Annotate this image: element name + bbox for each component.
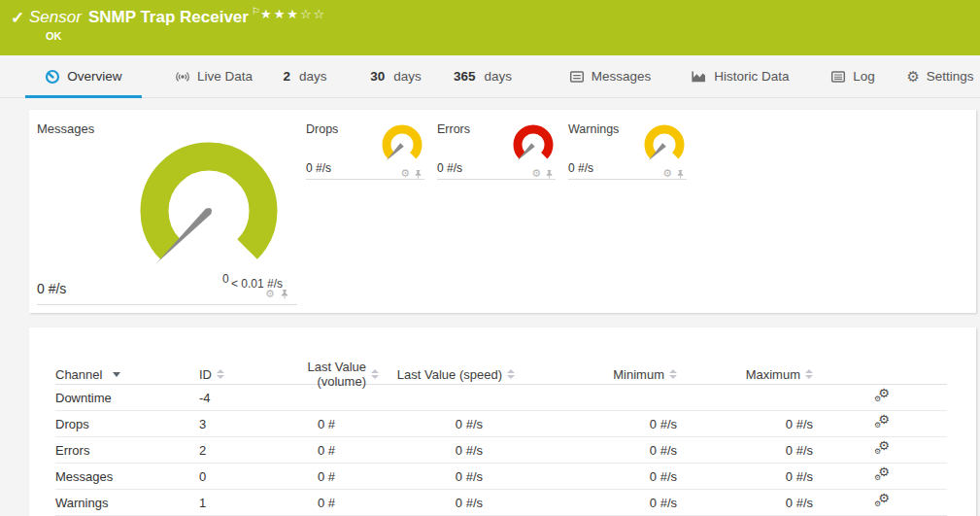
- last-value-speed: 0 #/s: [379, 443, 515, 458]
- flag-icon[interactable]: ⚐: [252, 6, 260, 17]
- table-row-warnings: Warnings 1 0 # 0 #/s 0 #/s 0 #/s ⚙⚙: [55, 490, 947, 516]
- channel-table-panel: Channel ID Last Value (volume) Last Valu…: [29, 327, 976, 516]
- last-value-speed: 0 #/s: [379, 496, 515, 510]
- tab-number: 30: [370, 69, 385, 84]
- drops-gauge: [380, 124, 424, 165]
- minimum-value: 0 #/s: [515, 443, 677, 458]
- channel-name[interactable]: Drops: [55, 417, 199, 431]
- tab-historic-data[interactable]: Historic Data: [682, 55, 798, 97]
- tab-overview[interactable]: Overview: [25, 55, 142, 97]
- gauges-panel: Messages 0 #/s 0 < 0.01 #/s ⚙ Drops 0 #/…: [29, 110, 976, 313]
- pin-icon[interactable]: [545, 169, 554, 179]
- tab-log[interactable]: Log: [824, 55, 882, 97]
- errors-gauge: [511, 124, 556, 165]
- tab-label: days: [393, 69, 422, 84]
- tab-label: days: [485, 69, 513, 84]
- channel-gear-icon[interactable]: ⚙: [531, 168, 541, 179]
- errors-gauge-block: Errors 0 #/s ⚙: [437, 122, 556, 190]
- tab-settings[interactable]: ⚙ Settings: [901, 55, 979, 97]
- tab-label: Messages: [591, 69, 652, 84]
- column-header-minimum[interactable]: Minimum: [515, 367, 677, 382]
- message-card-icon: [569, 69, 585, 85]
- maximum-value: 0 #/s: [677, 496, 813, 510]
- channel-name[interactable]: Errors: [55, 443, 199, 458]
- maximum-value: 0 #/s: [677, 443, 813, 458]
- column-header-last-volume[interactable]: Last Value (volume): [255, 360, 379, 389]
- stars-filled: ★★★: [260, 7, 300, 21]
- table-row-downtime: Downtime -4 ⚙⚙: [55, 385, 947, 411]
- tab-2-days[interactable]: 2 days: [276, 55, 334, 97]
- tab-number: 365: [454, 69, 476, 84]
- table-row-errors: Errors 2 0 # 0 #/s 0 #/s 0 #/s ⚙⚙: [55, 437, 947, 464]
- column-header-maximum[interactable]: Maximum: [677, 367, 813, 382]
- gear-icon: ⚙: [906, 69, 919, 84]
- drops-gauge-label: Drops: [306, 122, 338, 136]
- active-tab-underline: [25, 95, 142, 98]
- warnings-gauge-value: 0 #/s: [568, 161, 593, 175]
- channel-id: 3: [199, 417, 255, 431]
- sort-icon: [371, 369, 379, 379]
- tab-label: Overview: [67, 69, 121, 84]
- table-row-messages: Messages 0 0 # 0 #/s 0 #/s 0 #/s ⚙⚙: [55, 464, 947, 490]
- page-title[interactable]: SNMP Trap Receiver: [88, 8, 249, 26]
- stars-empty: ☆☆: [300, 7, 326, 21]
- broadcast-icon: [175, 69, 190, 85]
- sensor-header: ✓ SensorSNMP Trap Receiver⚐ ★★★☆☆ OK: [0, 0, 980, 55]
- primary-gauge-label: Messages: [37, 121, 94, 136]
- channel-name[interactable]: Warnings: [55, 496, 199, 510]
- last-value-speed: 0 #/s: [379, 469, 515, 484]
- primary-gauge-min-label: 0: [222, 272, 229, 286]
- channel-gear-icon[interactable]: ⚙: [265, 289, 275, 299]
- channel-id: 1: [199, 496, 255, 510]
- channel-table: Channel ID Last Value (volume) Last Valu…: [55, 360, 947, 516]
- pin-icon[interactable]: [414, 169, 422, 179]
- channel-name[interactable]: Messages: [55, 469, 199, 484]
- channel-settings-icon[interactable]: ⚙⚙: [873, 415, 890, 430]
- last-value-volume: 0 #: [255, 469, 379, 484]
- tab-label: Live Data: [197, 69, 253, 84]
- tab-live-data[interactable]: Live Data: [167, 55, 260, 97]
- column-header-channel[interactable]: Channel: [55, 367, 199, 382]
- channel-settings-icon[interactable]: ⚙⚙: [873, 467, 890, 482]
- maximum-value: 0 #/s: [677, 417, 813, 431]
- warnings-gauge-block: Warnings 0 #/s ⚙: [568, 122, 687, 190]
- channel-gear-icon[interactable]: ⚙: [400, 168, 410, 179]
- maximum-value: 0 #/s: [677, 469, 813, 484]
- column-header-last-speed[interactable]: Last Value (speed): [379, 367, 515, 382]
- gauge-icon: [45, 69, 60, 85]
- last-value-volume: 0 #: [255, 496, 379, 510]
- pin-icon[interactable]: [280, 289, 289, 299]
- tab-label: Settings: [927, 69, 974, 84]
- warnings-gauge: [642, 124, 687, 165]
- gauge-divider: [437, 179, 556, 180]
- channel-settings-icon[interactable]: ⚙⚙: [873, 389, 890, 403]
- tab-bar: Overview Live Data 2 days 30 days 365 da…: [0, 55, 980, 98]
- sort-icon: [217, 369, 224, 379]
- sort-icon: [669, 369, 677, 379]
- messages-gauge: [126, 135, 291, 281]
- log-list-icon: [830, 69, 846, 85]
- sort-icon: [805, 369, 813, 379]
- area-chart-icon: [691, 69, 707, 85]
- tab-365-days[interactable]: 365 days: [447, 55, 519, 97]
- last-value-volume: 0 #: [255, 443, 379, 458]
- table-row-drops: Drops 3 0 # 0 #/s 0 #/s 0 #/s ⚙⚙: [55, 411, 947, 437]
- column-header-id[interactable]: ID: [199, 367, 255, 382]
- tab-number: 2: [283, 69, 290, 84]
- gauge-divider: [568, 179, 687, 180]
- channel-settings-icon[interactable]: ⚙⚙: [873, 494, 890, 508]
- channel-id: 0: [199, 469, 255, 484]
- channel-gear-icon[interactable]: ⚙: [662, 168, 672, 179]
- pin-icon[interactable]: [676, 169, 685, 179]
- minimum-value: 0 #/s: [515, 417, 677, 431]
- priority-stars[interactable]: ★★★☆☆: [260, 7, 326, 21]
- tab-messages[interactable]: Messages: [561, 55, 659, 97]
- minimum-value: 0 #/s: [515, 496, 677, 510]
- drops-gauge-block: Drops 0 #/s ⚙: [306, 122, 424, 190]
- channel-name[interactable]: Downtime: [55, 391, 199, 405]
- channel-settings-icon[interactable]: ⚙⚙: [873, 441, 890, 456]
- table-header-row: Channel ID Last Value (volume) Last Valu…: [55, 360, 947, 385]
- sensor-title-line: SensorSNMP Trap Receiver⚐: [29, 6, 260, 27]
- last-value-volume: 0 #: [255, 417, 379, 431]
- tab-30-days[interactable]: 30 days: [364, 55, 427, 97]
